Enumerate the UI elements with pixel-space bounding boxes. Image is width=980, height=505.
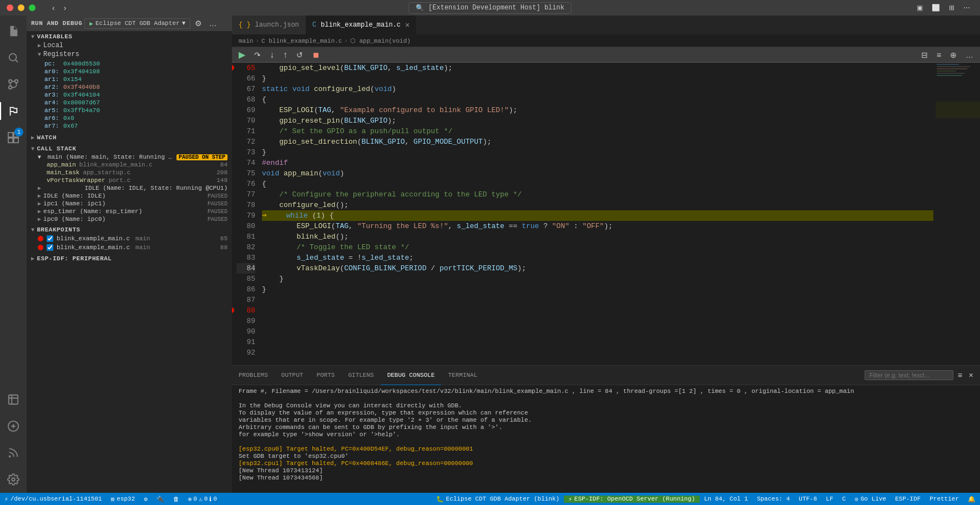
thread-esp-timer-chevron	[38, 208, 41, 215]
status-prettier[interactable]: Prettier	[925, 496, 963, 502]
source-control-icon[interactable]	[0, 71, 27, 98]
thread-idle-cpu1[interactable]: IDLE (Name: IDLE, State: Running @CPU1)	[27, 184, 232, 192]
status-encoding[interactable]: UTF-8	[794, 496, 821, 502]
status-icon1[interactable]: ⚙	[139, 493, 152, 505]
thread-esp-timer[interactable]: esp_timer (Name: esp_timer) PAUSED	[27, 208, 232, 215]
thread-idle[interactable]: IDLE (Name: IDLE) PAUSED	[27, 192, 232, 200]
restart-button[interactable]: ↺	[294, 49, 305, 60]
call-stack-section-title[interactable]: CALL STACK	[27, 144, 232, 153]
step-out-button[interactable]: ↑	[281, 49, 290, 61]
tab-close-button[interactable]: ×	[405, 21, 410, 29]
titlebar-left: ‹ ›	[7, 2, 69, 13]
panel-tabs: PROBLEMS OUTPUT PORTS GITLENS DEBUG CONS…	[232, 366, 980, 385]
close-button[interactable]	[7, 4, 13, 11]
filter-menu-button[interactable]: ≡	[956, 370, 964, 381]
debug-line-intro1: In the Debug Console view you can intera…	[239, 402, 973, 409]
panel-tab-output[interactable]: OUTPUT	[275, 366, 310, 385]
breadcrumb-sep1: ›	[255, 38, 259, 44]
thread-ipc1[interactable]: ipc1 (Name: ipc1) PAUSED	[27, 200, 232, 208]
extensions-icon[interactable]: 1	[0, 124, 27, 151]
step-into-button[interactable]: ↓	[267, 49, 276, 61]
status-spaces[interactable]: Spaces: 4	[752, 496, 794, 502]
status-go-live[interactable]: ⊙ Go Live	[850, 496, 891, 503]
status-ln-col[interactable]: Ln 84, Col 1	[700, 496, 752, 502]
panel-tab-debug-console[interactable]: DEBUG CONSOLE	[381, 366, 442, 385]
test-icon[interactable]	[0, 386, 27, 413]
inline-values-button[interactable]: ≡	[934, 49, 943, 60]
more-debug-button[interactable]: …	[963, 49, 976, 60]
esp-idf-peripheral-title[interactable]: ESP-IDF: PERIPHERAL	[27, 254, 232, 263]
panel-tab-gitlens[interactable]: GITLENS	[341, 366, 380, 385]
nav-back-button[interactable]: ‹	[49, 2, 58, 13]
panel-tab-problems[interactable]: PROBLEMS	[232, 366, 275, 385]
breakpoints-section-title[interactable]: BREAKPOINTS	[27, 225, 232, 234]
status-port-item[interactable]: ⚡ /dev/cu.usbserial-1141501	[0, 493, 107, 505]
more-button[interactable]: ⋯	[960, 3, 973, 13]
step-over-button[interactable]: ↷	[252, 49, 263, 60]
reg-ar1: ar1: 0x154	[44, 75, 228, 83]
code-line-70: ESP_LOGI(TAG, "Example configured to bli…	[262, 105, 933, 115]
status-notifications[interactable]: 🔔	[963, 496, 980, 503]
bp-checkbox-88[interactable]	[47, 244, 53, 251]
status-esp-idf-label[interactable]: ESP-IDF	[891, 496, 925, 502]
tab-launch-json[interactable]: { } launch.json	[232, 16, 306, 34]
status-chip-item[interactable]: ⊞ esp32	[107, 493, 140, 505]
settings-icon[interactable]	[0, 466, 27, 493]
status-debug-adapter[interactable]: 🐛 Eclipse CDT GDB Adapter (blink)	[432, 496, 564, 503]
call-stack-main-task[interactable]: main_task app_startup.c 208	[27, 169, 232, 176]
maximize-button[interactable]	[29, 4, 36, 11]
status-right: 🐛 Eclipse CDT GDB Adapter (blink) ⚡ ESP-…	[432, 496, 980, 503]
code-editor[interactable]: 65 66 67 68 69 70 71 72 73 74 75 76 77 7…	[232, 63, 980, 365]
code-line-84: ⇒ while (1) {	[262, 210, 933, 221]
tab-main-c[interactable]: C blink_example_main.c ×	[306, 16, 416, 34]
sidebar-toggle-button[interactable]: ▣	[913, 3, 926, 13]
titlebar-right: ▣ ⬜ ⊞ ⋯	[913, 3, 973, 13]
call-stack-main-thread[interactable]: main (Name: main, State: Running … PAUSE…	[27, 153, 232, 161]
breadcrumb-sep2: ›	[344, 38, 348, 44]
panel-close-button[interactable]: ×	[967, 370, 976, 381]
bottom-panel: PROBLEMS OUTPUT PORTS GITLENS DEBUG CONS…	[232, 365, 980, 493]
status-errors[interactable]: ⊗ 0 ⚠ 0 ℹ 0	[184, 493, 221, 505]
bp-item-65[interactable]: blink_example_main.c main 65	[27, 234, 232, 243]
filter-input[interactable]	[865, 370, 953, 380]
status-icon3[interactable]: 🗑	[169, 493, 184, 505]
bp-checkbox-65[interactable]	[47, 235, 53, 242]
watch-section-title[interactable]: WATCH	[27, 133, 232, 142]
layout-split-button[interactable]: ⊟	[919, 49, 930, 60]
layout-button[interactable]: ⊞	[946, 3, 958, 13]
debug-more-button[interactable]: …	[206, 18, 219, 29]
status-eol[interactable]: LF	[821, 496, 837, 502]
panel-tab-terminal[interactable]: TERMINAL	[441, 366, 484, 385]
code-line-81: /* Configure the peripheral according to…	[262, 189, 933, 200]
search-icon[interactable]	[0, 44, 27, 71]
code-line-76: #endif	[262, 158, 933, 168]
call-stack-app-main[interactable]: app_main blink_example_main.c 84	[27, 161, 232, 169]
status-lang[interactable]: C	[838, 496, 851, 502]
registers-item[interactable]: Registers	[27, 50, 232, 59]
watch-section: WATCH	[27, 132, 232, 143]
stop-button[interactable]: ⏹	[310, 49, 322, 60]
rss-icon[interactable]	[0, 440, 27, 466]
status-esp-idf-server[interactable]: ⚡ ESP-IDF: OpenOCD Server (Running)	[564, 496, 699, 503]
debug-line-intro5: for example type '>show version' or '>he…	[239, 431, 973, 438]
esp-icon[interactable]	[0, 413, 27, 440]
variables-section-title[interactable]: VARIABLES	[27, 32, 232, 41]
run-debug-icon[interactable]	[0, 98, 27, 124]
explorer-icon[interactable]	[0, 18, 27, 44]
local-item[interactable]: Local	[27, 41, 232, 50]
nav-forward-button[interactable]: ›	[60, 2, 70, 13]
run-to-cursor-button[interactable]: ⊕	[948, 49, 959, 60]
debug-adapter-selector[interactable]: ▶ Eclipse CDT GDB Adapter ▼	[84, 18, 190, 29]
call-stack-port-wrapper[interactable]: vPortTaskWrapper port.c 149	[27, 176, 232, 184]
reg-ar6: ar6: 0x0	[44, 114, 228, 122]
thread-ipc0[interactable]: ipc0 (Name: ipc0) PAUSED	[27, 215, 232, 223]
ln-71: 71	[236, 126, 255, 137]
status-icon2[interactable]: 🔌	[152, 493, 169, 505]
minimize-button[interactable]	[18, 4, 24, 11]
debug-settings-button[interactable]: ⚙	[193, 18, 204, 29]
bp-item-88[interactable]: blink_example_main.c main 88	[27, 243, 232, 252]
panel-toggle-button[interactable]: ⬜	[928, 3, 943, 13]
paused-badge: PAUSED ON STEP	[176, 154, 228, 160]
continue-button[interactable]: ▶	[236, 48, 247, 61]
panel-tab-ports[interactable]: PORTS	[310, 366, 341, 385]
